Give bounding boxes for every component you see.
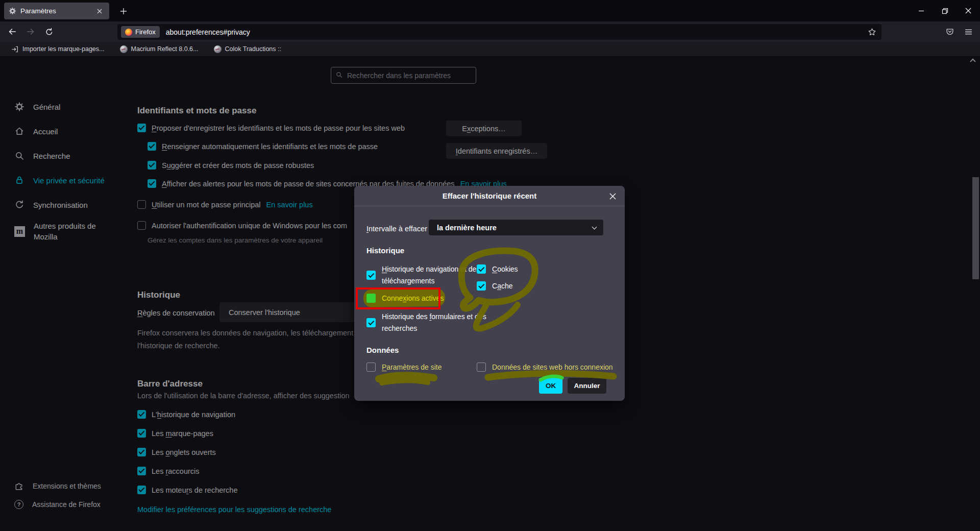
search-icon bbox=[335, 71, 343, 79]
learn-more-link[interactable]: En savoir plus bbox=[266, 201, 313, 209]
navigation-toolbar: Firefox about:preferences#privacy bbox=[0, 21, 980, 42]
checkbox-row-cache[interactable]: Cache bbox=[477, 280, 513, 292]
checkbox-checked[interactable] bbox=[477, 264, 486, 274]
search-input[interactable] bbox=[331, 67, 476, 84]
saved-logins-button[interactable]: Identifiants enregistrés… bbox=[446, 143, 547, 159]
browser-window: Paramètres bbox=[0, 0, 980, 531]
reload-button[interactable] bbox=[42, 25, 56, 38]
checkbox-row-bookmarks[interactable]: Les marque-pages bbox=[137, 429, 213, 438]
menu-hamburger-icon[interactable] bbox=[962, 25, 975, 38]
window-restore-button[interactable] bbox=[933, 0, 957, 21]
sidebar-item-autres-produits[interactable]: Autres produits de Mozilla bbox=[14, 217, 134, 246]
tab-parametres[interactable]: Paramètres bbox=[4, 3, 109, 19]
checkbox-label: L'historique de navigation bbox=[152, 411, 235, 419]
checkbox-checked[interactable] bbox=[137, 467, 146, 475]
bookmark-colok[interactable]: Colok Traductions :: bbox=[214, 45, 281, 53]
checkbox-row-autofill[interactable]: Renseigner automatiquement les identifia… bbox=[148, 142, 378, 151]
checkbox-label: Historique des formulaires et des recher… bbox=[382, 311, 502, 334]
checkbox-row-windows-sso[interactable]: Autoriser l'authentification unique de W… bbox=[137, 221, 347, 230]
bookmark-import[interactable]: Importer les marque-pages... bbox=[11, 45, 105, 53]
dialog-data-heading: Données bbox=[366, 346, 399, 354]
checkbox-unchecked[interactable] bbox=[477, 363, 486, 372]
sidebar-item-assistance[interactable]: Assistance de Firefox bbox=[14, 495, 142, 514]
checkbox-label: Connexions actives bbox=[382, 294, 444, 302]
checkbox-label: Les raccourcis bbox=[152, 467, 200, 475]
sidebar-item-extensions[interactable]: Extensions et thèmes bbox=[14, 477, 142, 495]
bookmark-star-icon[interactable] bbox=[868, 28, 876, 36]
exceptions-button[interactable]: Exceptions… bbox=[446, 120, 522, 136]
sidebar-item-label: Extensions et thèmes bbox=[33, 482, 101, 490]
checkbox-label: Les marque-pages bbox=[152, 429, 213, 438]
interval-value: la dernière heure bbox=[437, 224, 497, 232]
checkbox-row-form-history[interactable]: Historique des formulaires et des recher… bbox=[366, 311, 502, 334]
dialog-titlebar: Effacer l'historique récent bbox=[354, 186, 625, 206]
puzzle-icon bbox=[14, 481, 24, 491]
bookmarks-toolbar: Importer les marque-pages... Macrium Ref… bbox=[0, 42, 980, 56]
checkbox-checked[interactable] bbox=[148, 179, 156, 188]
checkbox-row-search-engines[interactable]: Les moteurs de recherche bbox=[137, 486, 237, 494]
checkbox-checked[interactable] bbox=[366, 271, 376, 280]
checkbox-checked[interactable] bbox=[366, 318, 376, 327]
checkbox-unchecked[interactable] bbox=[137, 200, 146, 209]
window-close-button[interactable] bbox=[957, 0, 980, 21]
checkbox-unchecked[interactable] bbox=[137, 221, 146, 230]
dialog-close-button[interactable] bbox=[606, 189, 620, 203]
ok-button[interactable]: OK bbox=[539, 378, 562, 394]
checkbox-label: Renseigner automatiquement les identifia… bbox=[162, 142, 378, 151]
checkbox-row-suggest[interactable]: Suggérer et créer des mots de passe robu… bbox=[148, 161, 314, 170]
search-suggestions-preferences-link[interactable]: Modifier les préférences pour les sugges… bbox=[137, 505, 331, 514]
checkbox-checked[interactable] bbox=[148, 161, 156, 170]
history-heading: Historique bbox=[137, 290, 180, 300]
sidebar-item-synchronisation[interactable]: Synchronisation bbox=[14, 192, 134, 217]
checkbox-row-primary-password[interactable]: Utiliser un mot de passe principal En sa… bbox=[137, 200, 313, 209]
scrollbar-thumb[interactable] bbox=[972, 177, 979, 279]
site-identity-chip[interactable]: Firefox bbox=[121, 26, 160, 38]
checkbox-row-cookies[interactable]: Cookies bbox=[477, 263, 518, 275]
checkbox-row-browsing-history[interactable]: L'historique de navigation bbox=[137, 410, 235, 419]
sidebar-item-accueil[interactable]: Accueil bbox=[14, 119, 134, 143]
checkbox-checked-green[interactable] bbox=[366, 294, 376, 303]
checkbox-checked[interactable] bbox=[137, 124, 146, 132]
checkbox-row-propose[interactable]: Proposer d'enregistrer les identifiants … bbox=[137, 124, 405, 132]
checkbox-label: Cookies bbox=[492, 265, 518, 273]
checkbox-label: Les moteurs de recherche bbox=[152, 486, 237, 494]
checkbox-unchecked[interactable] bbox=[366, 363, 376, 372]
checkbox-checked[interactable] bbox=[137, 429, 146, 438]
sidebar-item-general[interactable]: Général bbox=[14, 94, 134, 119]
checkbox-checked[interactable] bbox=[148, 142, 156, 151]
bookmark-label: Colok Traductions :: bbox=[225, 45, 281, 53]
checkbox-checked[interactable] bbox=[477, 281, 486, 291]
pocket-icon[interactable] bbox=[943, 25, 957, 38]
back-button[interactable] bbox=[6, 25, 19, 38]
checkbox-checked[interactable] bbox=[137, 448, 146, 456]
interval-dropdown[interactable]: la dernière heure bbox=[429, 220, 603, 235]
checkbox-row-shortcuts[interactable]: Les raccourcis bbox=[137, 467, 200, 475]
forward-button[interactable] bbox=[24, 25, 37, 38]
sidebar-item-vie-privee[interactable]: Vie privée et sécurité bbox=[14, 168, 134, 192]
checkbox-row-open-tabs[interactable]: Les onglets ouverts bbox=[137, 448, 216, 456]
checkbox-row-active-logins[interactable]: Connexions actives bbox=[366, 293, 444, 304]
checkbox-label: Utiliser un mot de passe principal bbox=[152, 201, 261, 209]
import-bookmarks-icon bbox=[11, 45, 19, 53]
chevron-up-icon bbox=[970, 59, 975, 64]
checkbox-row-site-settings[interactable]: Paramètres de site bbox=[366, 361, 442, 373]
checkbox-row-offline-data[interactable]: Données de sites web hors connexion bbox=[477, 361, 613, 373]
scroll-up-arrow[interactable] bbox=[968, 57, 977, 64]
new-tab-button[interactable] bbox=[116, 4, 130, 18]
checkbox-checked[interactable] bbox=[137, 410, 146, 419]
url-bar[interactable]: Firefox about:preferences#privacy bbox=[117, 24, 881, 40]
checkbox-row-nav-history[interactable]: Historique de navigation et des téléchar… bbox=[366, 263, 487, 287]
retention-value: Conserver l'historique bbox=[229, 308, 300, 317]
checkbox-label: Proposer d'enregistrer les identifiants … bbox=[152, 124, 405, 132]
window-minimize-button[interactable] bbox=[910, 0, 933, 21]
sidebar-item-recherche[interactable]: Recherche bbox=[14, 143, 134, 168]
cancel-button[interactable]: Annuler bbox=[568, 378, 606, 394]
history-description-line1: Firefox conservera les données de naviga… bbox=[137, 329, 354, 337]
retention-label: Règles de conservation bbox=[137, 309, 215, 317]
retention-dropdown[interactable]: Conserver l'historique bbox=[219, 302, 356, 322]
tab-close-icon[interactable] bbox=[94, 6, 105, 16]
bookmark-macrium[interactable]: Macrium Reflect 8.0.6... bbox=[120, 45, 199, 53]
tab-bar: Paramètres bbox=[0, 0, 980, 21]
checkbox-checked[interactable] bbox=[137, 486, 146, 494]
sidebar-item-label: Recherche bbox=[33, 151, 70, 161]
